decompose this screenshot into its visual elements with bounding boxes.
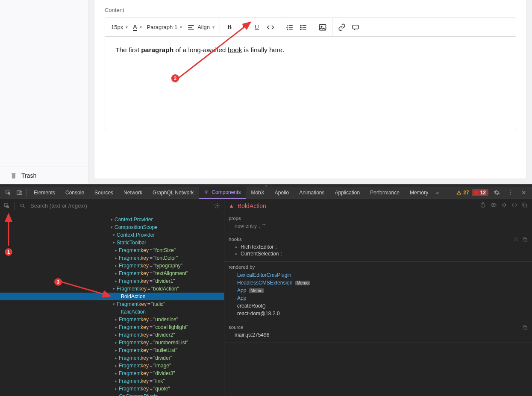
font-size-select[interactable]: 15px▾ — [109, 21, 130, 34]
text-align-select[interactable]: Align▾ — [185, 21, 217, 34]
hook-entry[interactable]: ▸RichTextEditor: — [229, 243, 528, 250]
chevron-down-icon: ▾ — [140, 25, 142, 29]
tree-node[interactable]: ▸Fragment key="divider1" — [0, 277, 224, 285]
bold-button[interactable]: B — [223, 21, 236, 34]
tree-settings-icon[interactable] — [214, 202, 220, 209]
chevron-down-icon: ▾ — [180, 25, 182, 29]
devtools-resize-handle[interactable] — [0, 184, 532, 187]
components-search-input[interactable] — [30, 202, 209, 209]
eye-icon[interactable] — [490, 202, 497, 209]
code-button[interactable] — [264, 21, 277, 34]
tree-node[interactable]: ▸Fragment key="divider2" — [0, 331, 224, 339]
italic-button[interactable]: I — [236, 21, 250, 34]
tree-node[interactable]: ▸Fragment key="image" — [0, 362, 224, 370]
devtools-tab-apollo[interactable]: Apollo — [270, 187, 294, 199]
svg-point-17 — [503, 204, 506, 206]
overflow-tabs-icon[interactable]: » — [436, 190, 439, 196]
props-new-entry[interactable]: new entry: "" — [229, 223, 528, 229]
editor-toolbar: 15px▾ A▾ Paragraph 1▾ Align▾ — [105, 18, 516, 37]
close-icon[interactable]: ✕ — [518, 187, 529, 198]
tree-node[interactable]: ▸Fragment key="fontSize" — [0, 246, 224, 254]
copy-icon[interactable] — [522, 325, 528, 331]
trash-icon — [10, 172, 17, 179]
rendered-by-entry[interactable]: LexicalEditorCmsPlugin — [229, 271, 528, 279]
rendered-by-entry[interactable]: HeadlessCMSExtensionMemo — [229, 279, 528, 287]
ordered-list-button[interactable] — [283, 21, 297, 34]
devtools-tab-mobx[interactable]: MobX — [246, 187, 269, 199]
tree-node[interactable]: ItalicAction — [0, 308, 224, 316]
svg-point-1 — [300, 26, 301, 27]
tree-node[interactable]: ▸Fragment key="codeHighlight" — [0, 323, 224, 331]
svg-point-2 — [300, 29, 301, 29]
source-icon[interactable] — [511, 202, 517, 209]
devtools-tab-graphql-network[interactable]: GraphQL Network — [147, 187, 199, 199]
field-label-content: Content — [105, 7, 516, 13]
inspect-element-icon[interactable] — [3, 187, 14, 198]
bug-icon[interactable] — [501, 202, 507, 209]
sidebar-trash[interactable]: Trash — [0, 167, 88, 184]
devtools-tab-elements[interactable]: Elements — [29, 187, 60, 199]
annotation-badge-2: 2 — [171, 74, 179, 82]
selected-component-header: ▲ BoldAction — [229, 202, 266, 209]
settings-icon[interactable] — [491, 187, 502, 198]
rendered-by-entry[interactable]: App — [229, 294, 528, 302]
tree-node[interactable]: ▸Fragment key="quote" — [0, 385, 224, 393]
image-icon — [318, 23, 327, 32]
text-segment-bold: paragraph — [141, 46, 173, 53]
rendered-by-entry[interactable]: AppMemo — [229, 287, 528, 294]
devtools-tab-memory[interactable]: Memory — [405, 187, 433, 199]
rendered-by-entry: createRoot() — [229, 302, 528, 310]
select-component-icon[interactable] — [3, 202, 10, 209]
more-icon[interactable]: ⋮ — [505, 187, 516, 198]
tree-node[interactable]: BoldAction — [0, 293, 224, 300]
devtools-tab-network[interactable]: Network — [118, 187, 147, 199]
components-tree[interactable]: ▾Context.Provider▾CompositionScope▾Conte… — [0, 213, 224, 396]
text-segment: The first — [115, 46, 141, 53]
unordered-list-button[interactable] — [297, 21, 310, 34]
tree-node[interactable]: ▾Context.Provider — [0, 231, 224, 239]
tree-node[interactable]: ▸Fragment key="divider3" — [0, 370, 224, 377]
tree-node[interactable]: ▸Fragment key="numberedList" — [0, 339, 224, 346]
tree-node[interactable]: ▸Fragment key="bulletList" — [0, 346, 224, 354]
devtools-tab-components[interactable]: Components — [199, 187, 246, 199]
warning-icon: ▲ — [229, 202, 234, 209]
tree-node[interactable]: ▾CompositionScope — [0, 223, 224, 231]
tree-node[interactable]: ▸Fragment key="divider" — [0, 354, 224, 362]
warnings-badge[interactable]: 27 — [456, 190, 469, 196]
image-button[interactable] — [316, 21, 329, 34]
underline-button[interactable]: U — [250, 21, 264, 34]
tree-node[interactable]: ▸Fragment key="underline" — [0, 316, 224, 323]
timer-icon[interactable] — [480, 202, 486, 209]
main-area: Content 15px▾ A▾ Paragraph 1▾ — [89, 0, 532, 184]
tree-node[interactable]: ▸Fragment key="textAlignment" — [0, 270, 224, 277]
tree-node[interactable]: ▾Fragment key="italic" — [0, 300, 224, 308]
devtools-tab-sources[interactable]: Sources — [89, 187, 118, 199]
devtools-tab-console[interactable]: Console — [60, 187, 89, 199]
devtools-tab-performance[interactable]: Performance — [365, 187, 405, 199]
tree-node[interactable]: ▾Fragment key="boldAction" — [0, 285, 224, 293]
hooks-section: hooks ▸RichTextEditor:▸CurrentSelection: — [224, 234, 532, 262]
svg-point-16 — [493, 204, 494, 206]
tree-node[interactable]: OnChangePlugin — [0, 393, 224, 396]
copy-icon[interactable] — [522, 237, 528, 243]
link-button[interactable] — [335, 21, 349, 34]
chevron-down-icon: ▾ — [126, 25, 128, 29]
devtools-tab-application[interactable]: Application — [330, 187, 365, 199]
tree-node[interactable]: ▾StaticToolbar — [0, 239, 224, 246]
copy-icon[interactable] — [522, 202, 528, 209]
tree-node[interactable]: ▸Fragment key="typography" — [0, 262, 224, 270]
tree-node[interactable]: ▸Fragment key="fontColor" — [0, 254, 224, 262]
editor-content[interactable]: The first paragraph of a long-awaited bo… — [105, 37, 516, 130]
devtools-tab-animations[interactable]: Animations — [294, 187, 329, 199]
typography-select[interactable]: Paragraph 1▾ — [144, 21, 185, 34]
device-toggle-icon[interactable] — [14, 187, 25, 198]
link-icon — [338, 23, 346, 31]
hook-entry[interactable]: ▸CurrentSelection: — [229, 250, 528, 257]
tree-node[interactable]: ▸Fragment key="link" — [0, 377, 224, 385]
font-color-select[interactable]: A▾ — [130, 21, 144, 34]
quote-button[interactable] — [349, 21, 362, 34]
magic-wand-icon[interactable] — [513, 237, 519, 243]
tree-node[interactable]: ▾Context.Provider — [0, 216, 224, 223]
errors-badge[interactable]: 12 — [472, 189, 488, 196]
svg-rect-20 — [524, 326, 527, 329]
